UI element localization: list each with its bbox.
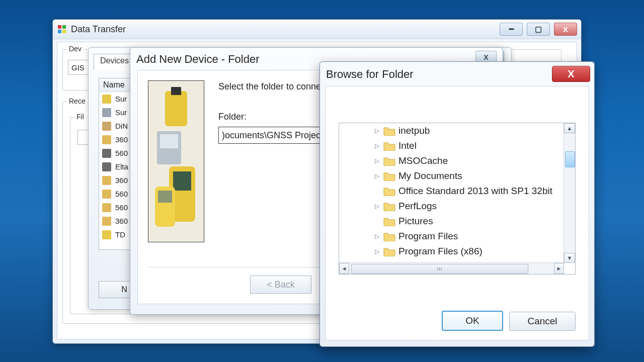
device-icon: [102, 176, 111, 185]
folder-icon: [383, 171, 395, 181]
device-icon: [102, 203, 111, 212]
scroll-thumb[interactable]: [565, 151, 575, 167]
browse-close-button[interactable]: X: [552, 66, 590, 82]
tree-row-label: inetpub: [398, 125, 430, 136]
svg-rect-0: [58, 25, 61, 29]
folder-icon: [383, 156, 395, 166]
device-icon: [102, 122, 111, 131]
svg-rect-12: [158, 191, 172, 203]
hscroll-thumb[interactable]: III: [351, 264, 528, 274]
device-row-label: Sur: [115, 95, 127, 103]
tree-row-label: PerfLogs: [398, 201, 437, 212]
folder-icon: [383, 186, 395, 196]
device-row-label: 360: [115, 176, 128, 185]
device-icon: [102, 95, 111, 104]
device-row-label: DiN: [115, 122, 128, 130]
wizard-image: [148, 80, 204, 242]
expand-icon[interactable]: ▷: [372, 172, 381, 179]
minimize-button[interactable]: ━: [500, 23, 523, 36]
device-row-label: Elta: [115, 162, 128, 171]
ok-button[interactable]: OK: [442, 311, 503, 331]
main-window-buttons: ━ ▢ X: [500, 23, 577, 36]
tree-row-label: Program Files: [398, 231, 458, 242]
app-icon: [57, 24, 67, 34]
desktop: Data Transfer ━ ▢ X Dev GIS Rece Fil X: [0, 0, 644, 362]
device-icon: [102, 135, 111, 144]
wizard-prompt: Select the folder to conne: [218, 81, 321, 92]
main-titlebar: Data Transfer ━ ▢ X: [53, 20, 581, 39]
browse-folder-dialog: Browse for Folder X ▷inetpub▷Intel▷MSOCa…: [319, 61, 595, 347]
svg-rect-5: [165, 91, 187, 126]
close-button[interactable]: X: [554, 23, 577, 36]
tree-row[interactable]: ▷My Documents: [339, 168, 564, 184]
tree-row-label: Program Files (x86): [398, 246, 482, 257]
tree-row[interactable]: ▷Program Files: [339, 229, 564, 244]
scroll-down-button[interactable]: ▼: [564, 253, 575, 263]
svg-rect-10: [173, 171, 191, 191]
tree-row-label: My Documents: [398, 170, 462, 182]
devices-tab[interactable]: Devices: [94, 54, 135, 70]
folder-icon: [383, 231, 395, 241]
tree-horizontal-scrollbar[interactable]: ◄ III ►: [339, 262, 564, 274]
expand-icon[interactable]: ▷: [372, 127, 381, 134]
folder-icon: [383, 246, 395, 256]
device-icon: [102, 162, 111, 171]
scroll-right-button[interactable]: ►: [554, 263, 564, 274]
back-button[interactable]: < Back: [250, 276, 311, 294]
svg-rect-6: [171, 87, 181, 95]
expand-icon[interactable]: ▷: [372, 248, 381, 255]
device-icon: [102, 149, 111, 158]
svg-rect-2: [58, 30, 61, 33]
scroll-up-button[interactable]: ▲: [564, 123, 575, 133]
device-row-label: 560: [115, 190, 128, 198]
folder-icon: [383, 141, 395, 151]
cancel-button[interactable]: Cancel: [509, 312, 576, 331]
device-icon: [102, 190, 111, 199]
main-title: Data Transfer: [71, 24, 126, 35]
device-row-label: Sur: [115, 108, 127, 117]
tree-row-label: MSOCache: [398, 155, 448, 166]
folder-icon: [383, 126, 395, 136]
folder-icon: [383, 216, 395, 226]
devices-group-label: Dev: [67, 45, 84, 53]
folder-icon: [383, 201, 395, 211]
expand-icon[interactable]: ▷: [372, 157, 381, 164]
tree-row[interactable]: Pictures: [339, 214, 564, 229]
expand-icon[interactable]: ▷: [372, 203, 381, 210]
tree-row-label: Pictures: [398, 216, 433, 227]
tree-row[interactable]: ▷PerfLogs: [339, 199, 564, 214]
tree-row[interactable]: ▷inetpub: [339, 123, 564, 138]
tree-row-label: Office Standard 2013 with SP1 32bit: [398, 186, 552, 197]
device-row-label: 360: [115, 135, 128, 144]
tree-row[interactable]: ▷Intel: [339, 138, 564, 153]
maximize-button[interactable]: ▢: [527, 23, 550, 36]
tree-row[interactable]: ▷Program Files (x86): [339, 244, 564, 259]
browse-body: ▷inetpub▷Intel▷MSOCache▷My DocumentsOffi…: [325, 86, 589, 340]
device-row-label: 560: [115, 203, 128, 212]
scroll-left-button[interactable]: ◄: [339, 263, 349, 274]
svg-rect-8: [160, 134, 178, 148]
device-icon: [102, 217, 111, 226]
device-row-label: 560: [115, 149, 128, 157]
expand-icon[interactable]: ▷: [372, 233, 381, 240]
device-icon: [102, 108, 111, 117]
svg-rect-3: [62, 30, 66, 33]
device-row-label: 360: [115, 217, 128, 225]
tree-row[interactable]: Office Standard 2013 with SP1 32bit: [339, 184, 564, 199]
folder-label: Folder:: [218, 112, 247, 122]
wizard-title: Add New Device - Folder: [136, 53, 260, 66]
tree-vertical-scrollbar[interactable]: ▲ ▼: [564, 123, 575, 263]
expand-icon[interactable]: ▷: [372, 142, 381, 149]
tree-row[interactable]: ▷MSOCache: [339, 153, 564, 168]
browse-title: Browse for Folder: [326, 68, 414, 81]
receive-group-label: Rece: [67, 97, 88, 105]
device-icon: [102, 230, 111, 239]
svg-rect-1: [62, 25, 66, 29]
files-group-label: Fil: [74, 113, 86, 121]
tree-row-label: Intel: [398, 140, 417, 151]
device-row-label: TD: [115, 230, 125, 239]
folder-tree[interactable]: ▷inetpub▷Intel▷MSOCache▷My DocumentsOffi…: [339, 123, 576, 275]
